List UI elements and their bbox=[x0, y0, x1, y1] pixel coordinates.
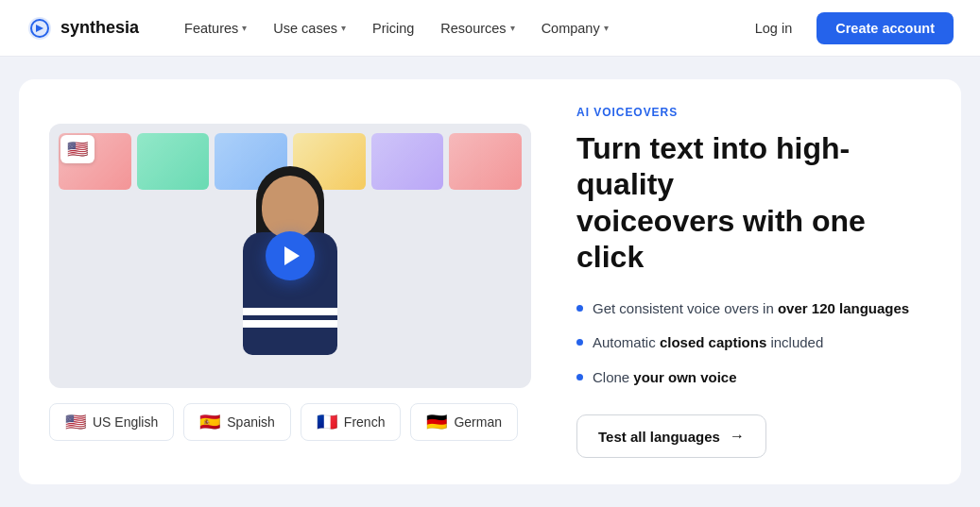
lang-tab-french[interactable]: 🇫🇷 French bbox=[301, 403, 402, 441]
bg-tile-6 bbox=[449, 133, 522, 190]
nav-company[interactable]: Company ▾ bbox=[530, 15, 620, 42]
feature-list: Get consistent voice overs in over 120 l… bbox=[576, 298, 931, 389]
resources-chevron-icon: ▾ bbox=[510, 23, 515, 33]
spanish-label: Spanish bbox=[227, 414, 275, 430]
lang-tab-us-english[interactable]: 🇺🇸 US English bbox=[49, 403, 174, 441]
nav-use-cases[interactable]: Use cases ▾ bbox=[262, 15, 357, 42]
language-tabs: 🇺🇸 US English 🇪🇸 Spanish 🇫🇷 French 🇩🇪 Ge… bbox=[49, 403, 531, 441]
avatar-face bbox=[262, 176, 318, 238]
test-all-label: Test all languages bbox=[598, 429, 720, 445]
section-tag: AI VOICEOVERS bbox=[576, 106, 931, 119]
lang-tab-german[interactable]: 🇩🇪 German bbox=[410, 403, 518, 441]
main-content: 🇺🇸 🇺🇸 US English bbox=[0, 57, 980, 507]
bullet-icon-1 bbox=[576, 305, 583, 312]
feature-item-voice-clone: Clone your own voice bbox=[576, 367, 931, 389]
logo-text: synthesia bbox=[60, 18, 139, 38]
us-english-label: US English bbox=[93, 414, 158, 430]
use-cases-chevron-icon: ▾ bbox=[341, 23, 346, 33]
create-account-button[interactable]: Create account bbox=[817, 12, 954, 44]
nav-resources[interactable]: Resources ▾ bbox=[429, 15, 525, 42]
synthesia-logo-icon bbox=[26, 15, 53, 42]
current-language-flag: 🇺🇸 bbox=[60, 135, 95, 163]
play-icon bbox=[284, 246, 300, 265]
company-chevron-icon: ▾ bbox=[604, 23, 609, 33]
arrow-right-icon: → bbox=[730, 428, 745, 445]
german-flag: 🇩🇪 bbox=[426, 412, 447, 432]
feature-item-captions: Automatic closed captions included bbox=[576, 332, 931, 354]
hero-right: AI VOICEOVERS Turn text into high-qualit… bbox=[576, 106, 931, 458]
french-label: French bbox=[344, 414, 386, 430]
login-button[interactable]: Log in bbox=[742, 15, 806, 42]
nav-pricing[interactable]: Pricing bbox=[361, 15, 425, 42]
features-chevron-icon: ▾ bbox=[242, 23, 247, 33]
bullet-icon-2 bbox=[576, 339, 583, 346]
bg-tile-2 bbox=[137, 133, 210, 190]
nav-actions: Log in Create account bbox=[742, 12, 954, 44]
us-english-flag: 🇺🇸 bbox=[65, 412, 86, 432]
video-area: 🇺🇸 bbox=[49, 124, 531, 388]
bullet-icon-3 bbox=[576, 374, 583, 380]
spanish-flag: 🇪🇸 bbox=[199, 412, 220, 432]
play-button[interactable] bbox=[266, 231, 315, 280]
feature-item-languages: Get consistent voice overs in over 120 l… bbox=[576, 298, 931, 320]
hero-card: 🇺🇸 🇺🇸 US English bbox=[19, 79, 961, 484]
navbar: synthesia Features ▾ Use cases ▾ Pricing… bbox=[0, 0, 980, 57]
lang-tab-spanish[interactable]: 🇪🇸 Spanish bbox=[183, 403, 291, 441]
nav-features[interactable]: Features ▾ bbox=[173, 15, 258, 42]
hero-headline: Turn text into high-quality voiceovers w… bbox=[576, 130, 931, 276]
test-all-languages-button[interactable]: Test all languages → bbox=[576, 414, 766, 458]
logo[interactable]: synthesia bbox=[26, 15, 139, 42]
nav-links: Features ▾ Use cases ▾ Pricing Resources… bbox=[173, 15, 742, 42]
french-flag: 🇫🇷 bbox=[317, 412, 337, 432]
bg-tile-5 bbox=[371, 133, 444, 190]
hero-left: 🇺🇸 🇺🇸 US English bbox=[49, 124, 531, 441]
avatar-stripe-2 bbox=[243, 320, 337, 328]
avatar-stripe-1 bbox=[243, 308, 337, 315]
german-label: German bbox=[454, 414, 502, 430]
